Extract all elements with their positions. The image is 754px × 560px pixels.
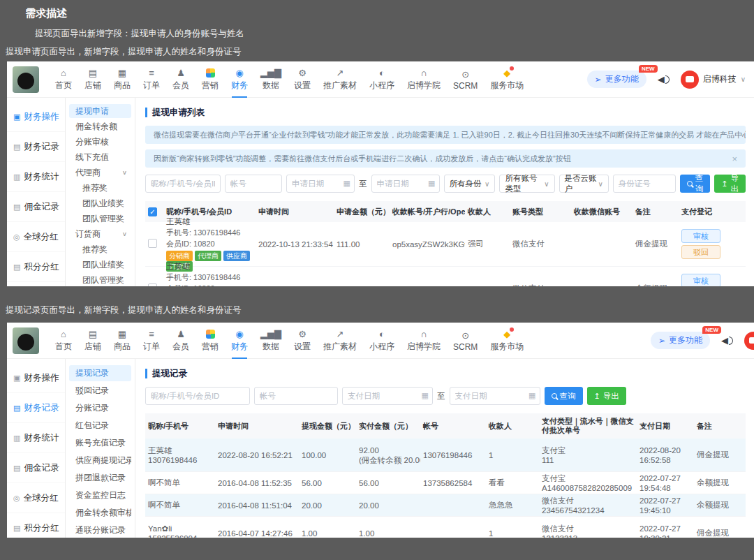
- sidebar-item[interactable]: ▣ 财务操作: [7, 363, 65, 393]
- submenu-item[interactable]: 账号充值记录: [69, 435, 131, 451]
- nav-item[interactable]: ▂▅▇ 数据: [254, 61, 288, 98]
- nav-item[interactable]: ▦ 商品: [108, 323, 137, 359]
- account-menu[interactable]: 启博科技 ∨: [681, 71, 746, 89]
- nav-item[interactable]: ↗ 推广素材: [317, 61, 363, 98]
- export-button[interactable]: ↥ 导出: [587, 387, 626, 405]
- date-from-input[interactable]: [342, 387, 433, 405]
- store-avatar[interactable]: [13, 327, 39, 354]
- query-button[interactable]: 查询: [545, 387, 583, 405]
- nav-item[interactable]: ⌂ 首页: [49, 61, 78, 98]
- idcard-input[interactable]: [613, 175, 676, 193]
- submenu-item[interactable]: 驳回记录: [69, 383, 131, 399]
- sidebar-item[interactable]: ▥ 财务统计: [7, 162, 65, 192]
- sidebar-item[interactable]: ◎ 全球分红: [7, 483, 65, 513]
- submenu-item[interactable]: 团队业绩奖: [69, 196, 131, 210]
- submenu-item[interactable]: 团队管理奖: [69, 212, 131, 226]
- nav-item[interactable]: ⊙ SCRM: [447, 61, 484, 98]
- row-checkbox[interactable]: [148, 239, 157, 248]
- close-icon[interactable]: ×: [732, 154, 737, 164]
- date-from-input[interactable]: [286, 175, 355, 193]
- nav-item[interactable]: ▂▅▇ 数据: [254, 323, 288, 359]
- submenu-item[interactable]: 推荐奖: [69, 242, 131, 256]
- nav-item[interactable]: ∷ 营销: [195, 323, 225, 359]
- submenu-item[interactable]: 红包记录: [69, 418, 131, 434]
- more-features-button[interactable]: ➢ 更多功能 NEW: [587, 71, 646, 88]
- more-features-button[interactable]: ➢ 更多功能 NEW: [651, 332, 710, 349]
- date-from-field[interactable]: ▦: [342, 387, 433, 405]
- submenu-item[interactable]: 提现申请: [69, 104, 131, 118]
- nav-item[interactable]: ∩ 启博学院: [401, 61, 447, 98]
- submenu-item[interactable]: 线下充值: [69, 150, 131, 164]
- date-to-field[interactable]: ▦: [450, 387, 540, 405]
- submenu-item[interactable]: 提现记录: [69, 365, 131, 381]
- row-checkbox[interactable]: [148, 283, 157, 286]
- nav-item-label: 数据: [263, 341, 279, 353]
- nav-item[interactable]: ⊙ SCRM: [447, 323, 484, 359]
- account-type-select[interactable]: 所有账号类型 ∨: [499, 175, 554, 193]
- nav-item[interactable]: ♟ 会员: [166, 61, 195, 98]
- cloud-account-select[interactable]: 是否云账户 ∨: [559, 175, 609, 193]
- keyword-input[interactable]: [145, 175, 221, 193]
- audit-button[interactable]: 审核: [681, 274, 720, 286]
- nav-item[interactable]: ▤ 店铺: [78, 323, 108, 359]
- submenu-item[interactable]: 佣金转余额: [69, 119, 131, 133]
- account-input[interactable]: [225, 175, 282, 193]
- submenu-item[interactable]: 团队管理奖: [69, 273, 131, 286]
- sidebar-item[interactable]: ▤ 积分分红: [7, 252, 65, 282]
- nav-item[interactable]: ◆ 服务市场: [484, 323, 530, 359]
- nav-item[interactable]: ⚙ 设置: [288, 61, 317, 98]
- nav-item[interactable]: ≡ 订单: [137, 323, 166, 359]
- sidebar-item[interactable]: ▤ 财务记录: [7, 132, 65, 162]
- sidebar-item[interactable]: ▤ 佣金记录: [7, 192, 65, 222]
- nav-item[interactable]: ≡ 订单: [137, 61, 166, 98]
- sidebar-item[interactable]: ▤ 佣金记录: [7, 453, 65, 483]
- date-to-input[interactable]: [450, 387, 540, 405]
- nav-item[interactable]: ⚙ 设置: [288, 323, 317, 359]
- account-menu[interactable]: 启博科技 ∨: [744, 332, 754, 350]
- select-all-checkbox[interactable]: ✓: [148, 207, 157, 216]
- nav-item[interactable]: ▦ 商品: [108, 61, 137, 98]
- nav-item[interactable]: ◐ 小程序: [363, 61, 401, 98]
- nav-item[interactable]: ∷ 营销: [195, 61, 225, 98]
- submenu-item[interactable]: 资金监控日志: [69, 487, 131, 503]
- sidebar-item[interactable]: ▤ 财务记录: [7, 393, 65, 423]
- submenu-item[interactable]: 团队业绩奖: [69, 258, 131, 272]
- nav-item[interactable]: ∩ 启博学院: [401, 323, 447, 359]
- submenu-item[interactable]: 供应商提现记录: [69, 452, 131, 469]
- nav-item[interactable]: ◉ 财务: [225, 61, 254, 98]
- audit-button[interactable]: 审核: [681, 229, 720, 243]
- nav-item[interactable]: ◆ 服务市场: [484, 61, 530, 98]
- submenu-item[interactable]: 分账审核: [69, 135, 131, 149]
- submenu-item[interactable]: 代理商 ∨: [69, 165, 131, 179]
- date-from-field[interactable]: ▦: [286, 175, 355, 193]
- submenu-item[interactable]: 推荐奖: [69, 181, 131, 195]
- store-avatar[interactable]: [13, 66, 39, 93]
- nav-item[interactable]: ◉ 财务: [225, 323, 254, 359]
- nav-item[interactable]: ⌂ 首页: [49, 323, 78, 359]
- nav-item[interactable]: ◐ 小程序: [363, 323, 401, 359]
- date-to-field[interactable]: ▦: [371, 175, 440, 193]
- submenu-item[interactable]: 分账记录: [69, 400, 131, 416]
- keyword-input[interactable]: [145, 387, 250, 405]
- nav-item[interactable]: ♟ 会员: [166, 323, 195, 359]
- nav-item[interactable]: ▤ 店铺: [78, 61, 108, 98]
- reject-button[interactable]: 驳回: [681, 245, 720, 259]
- announcement-speaker-icon[interactable]: ◀: [721, 335, 733, 346]
- identity-select[interactable]: 所有身份 ∨: [444, 175, 496, 193]
- sidebar-item[interactable]: ▥ 财务统计: [7, 423, 65, 453]
- submenu-item[interactable]: 佣金转余额审核: [69, 505, 131, 521]
- sidebar-item[interactable]: ▤ 积分分红: [7, 513, 65, 538]
- announcement-speaker-icon[interactable]: ◀: [658, 74, 670, 84]
- submenu-item[interactable]: 拼团退款记录: [69, 470, 131, 486]
- account-input[interactable]: [254, 387, 338, 405]
- query-button[interactable]: 查询: [680, 175, 711, 193]
- nav-item[interactable]: ↗ 推广素材: [317, 323, 363, 359]
- submenu-item[interactable]: 通联分账记录: [69, 522, 131, 538]
- nav-item-icon: ↗: [337, 67, 344, 79]
- sidebar-item[interactable]: ▣ 财务操作: [7, 102, 65, 132]
- sidebar-item[interactable]: ◎ 全球分红: [7, 222, 65, 252]
- export-button[interactable]: ↥ 导出: [714, 175, 746, 193]
- nav-item-label: 营销: [202, 341, 219, 353]
- date-to-input[interactable]: [371, 175, 440, 193]
- submenu-item[interactable]: 订货商 ∨: [69, 227, 131, 241]
